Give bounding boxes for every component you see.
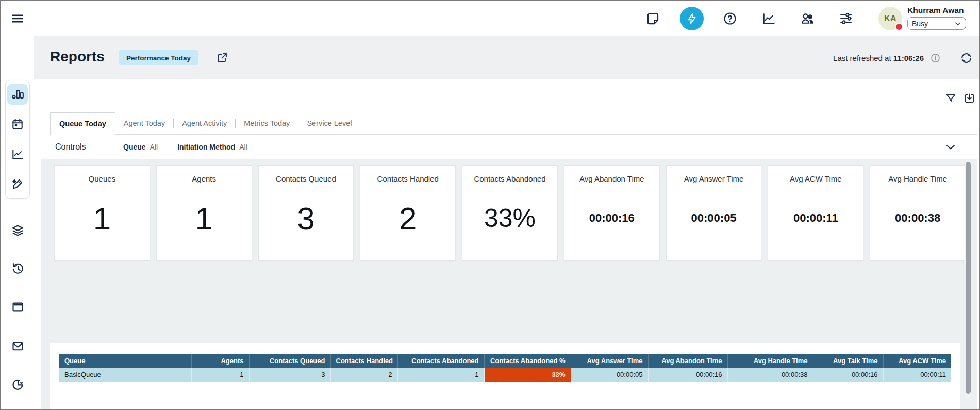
report-body: Queues 1 Agents 1 Contacts Queued 3 Cont… <box>41 159 977 409</box>
filter-queue[interactable]: Queue All <box>123 143 158 151</box>
sidebar-item-customize[interactable] <box>7 174 28 194</box>
table-row: BasicQueue 1 3 2 1 33% 00:00:05 00:00:16… <box>59 368 951 382</box>
table-cell: BasicQueue <box>59 368 191 382</box>
card-contacts-queued: Contacts Queued 3 <box>258 165 354 261</box>
sidebar-item-mail[interactable] <box>7 336 28 356</box>
metrics-icon[interactable] <box>759 9 778 28</box>
hamburger-menu-icon[interactable] <box>10 12 25 25</box>
scrollbar-thumb[interactable] <box>966 162 971 394</box>
mail-icon <box>11 339 25 353</box>
card-avg-answer-time: Avg Answer Time 00:00:05 <box>666 165 762 261</box>
table-header-row: Queue Agents Contacts Queued Contacts Ha… <box>59 354 951 368</box>
page-title: Reports <box>50 48 105 65</box>
report-panel: Queue Today Agent Today Agent Activity M… <box>41 79 977 409</box>
column-header: Avg Answer Time <box>571 354 648 368</box>
tab-metrics-today[interactable]: Metrics Today <box>236 112 298 134</box>
queue-table-card: Queue Agents Contacts Queued Contacts Ha… <box>50 343 960 409</box>
status-select-value: Busy <box>912 20 928 28</box>
sidebar-item-pie-chart[interactable] <box>7 374 28 395</box>
status-select[interactable]: Busy <box>907 17 966 30</box>
filter-initiation-method[interactable]: Initiation Method All <box>177 143 247 151</box>
column-header: Avg ACW Time <box>883 354 951 368</box>
card-contacts-handled: Contacts Handled 2 <box>360 165 456 261</box>
refresh-cluster: Last refreshed at 11:06:26 <box>833 36 973 79</box>
flash-icon <box>685 12 699 25</box>
external-link-icon[interactable] <box>215 51 229 64</box>
report-tabs: Queue Today Agent Today Agent Activity M… <box>50 112 977 135</box>
sidebar-item-window[interactable] <box>7 297 28 317</box>
card-queues: Queues 1 <box>54 165 150 261</box>
tab-agent-activity[interactable]: Agent Activity <box>174 112 235 134</box>
last-refreshed-time: 11:06:26 <box>893 54 924 62</box>
tab-agent-today[interactable]: Agent Today <box>115 112 173 134</box>
chevron-down-icon <box>954 20 961 27</box>
table-cell: 00:00:16 <box>648 368 727 382</box>
card-avg-abandon-time: Avg Abandon Time 00:00:16 <box>564 165 660 261</box>
customize-icon <box>11 177 24 191</box>
download-icon[interactable] <box>963 92 975 104</box>
sidebar-item-reports[interactable] <box>7 84 28 105</box>
column-header: Contacts Abandoned % <box>484 354 571 368</box>
page-header: Reports Performance Today Last refreshed… <box>34 36 979 79</box>
user-name: Khurram Awan <box>907 6 969 15</box>
sidebar-nav-group <box>5 80 30 199</box>
queue-table: Queue Agents Contacts Queued Contacts Ha… <box>59 354 951 382</box>
panel-tools <box>944 92 975 104</box>
card-agents: Agents 1 <box>156 165 252 261</box>
users-icon[interactable] <box>798 9 817 28</box>
column-header: Avg Talk Time <box>813 354 883 368</box>
user-block: Khurram Awan Busy <box>907 6 969 30</box>
table-cell: 00:00:38 <box>727 368 813 382</box>
sidebar-item-history[interactable] <box>7 258 28 278</box>
preferences-sliders-icon[interactable] <box>837 9 855 28</box>
table-cell-abandoned-pct: 33% <box>484 368 571 382</box>
column-header: Avg Abandon Time <box>648 354 727 368</box>
tab-service-level[interactable]: Service Level <box>298 112 360 134</box>
layers-icon <box>11 223 25 237</box>
presence-dot <box>895 23 903 31</box>
table-cell: 2 <box>330 368 397 382</box>
table-cell: 1 <box>191 368 249 382</box>
table-cell: 1 <box>397 368 484 382</box>
filter-icon[interactable] <box>944 92 957 104</box>
sidebar-item-schedule[interactable] <box>7 114 28 135</box>
history-icon <box>11 261 25 275</box>
vertical-scrollbar[interactable] <box>965 161 971 399</box>
column-header: Contacts Abandoned <box>397 354 484 368</box>
sidebar-item-layers[interactable] <box>7 220 28 240</box>
bar-chart-icon <box>11 88 24 101</box>
line-chart-icon <box>11 147 24 161</box>
collapse-chevron-icon[interactable] <box>944 140 957 154</box>
summary-cards: Queues 1 Agents 1 Contacts Queued 3 Cont… <box>54 165 966 261</box>
column-header: Contacts Queued <box>249 354 330 368</box>
last-refreshed-text: Last refreshed at 11:06:26 <box>833 54 924 62</box>
table-cell: 00:00:11 <box>883 368 951 382</box>
refresh-icon[interactable] <box>959 51 973 64</box>
tab-separator <box>360 119 360 128</box>
card-avg-handle-time: Avg Handle Time 00:00:38 <box>870 165 966 261</box>
sidebar-item-metrics[interactable] <box>7 144 28 165</box>
controls-label: Controls <box>55 142 92 152</box>
column-header: Avg Handle Time <box>727 354 813 368</box>
report-badge: Performance Today <box>119 50 198 65</box>
table-cell: 00:00:16 <box>813 368 883 382</box>
calendar-icon <box>11 118 24 131</box>
card-contacts-abandoned: Contacts Abandoned 33% <box>462 165 558 261</box>
column-header: Contacts Handled <box>330 354 397 368</box>
left-sidebar <box>1 36 34 409</box>
table-cell: 00:00:05 <box>571 368 648 382</box>
tab-queue-today[interactable]: Queue Today <box>50 112 115 135</box>
quick-connect-flash-button[interactable] <box>680 7 704 30</box>
avatar-initials: KA <box>884 14 896 23</box>
pie-chart-icon <box>11 378 25 391</box>
card-avg-acw-time: Avg ACW Time 00:00:11 <box>768 165 863 261</box>
controls-row: Controls Queue All Initiation Method All <box>50 135 977 159</box>
window-icon <box>11 300 25 314</box>
top-bar: KA Khurram Awan Busy <box>1 1 979 36</box>
column-header: Queue <box>59 354 191 368</box>
column-header: Agents <box>191 354 249 368</box>
note-icon[interactable] <box>643 9 662 28</box>
info-icon[interactable] <box>929 52 941 63</box>
table-cell: 3 <box>249 368 330 382</box>
help-icon[interactable] <box>721 9 739 28</box>
